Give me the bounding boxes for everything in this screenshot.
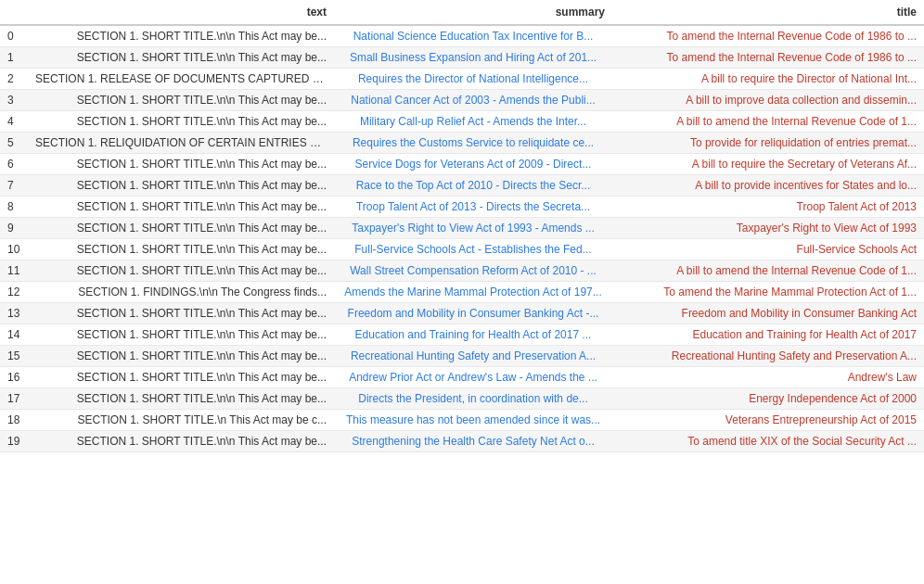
cell-index: 11 [0,260,28,282]
cell-text: SECTION 1. SHORT TITLE.\n\n This Act may… [28,260,334,282]
cell-index: 13 [0,303,28,324]
cell-title: To amend title XIX of the Social Securit… [612,431,924,452]
data-table: text summary title 0SECTION 1. SHORT TIT… [0,0,924,452]
table-row: 5SECTION 1. RELIQUIDATION OF CERTAIN ENT… [0,133,924,154]
cell-summary: Amends the Marine Mammal Protection Act … [334,282,612,303]
table-row: 12SECTION 1. FINDINGS.\n\n The Congress … [0,282,924,303]
cell-title: To amend the Internal Revenue Code of 19… [612,25,924,47]
cell-index: 6 [0,154,28,175]
cell-text: SECTION 1. SHORT TITLE.\n\n This Act may… [28,367,334,388]
cell-title: Andrew's Law [612,367,924,388]
cell-index: 10 [0,239,28,260]
cell-text: SECTION 1. SHORT TITLE.\n\n This Act may… [28,218,334,239]
cell-summary: Recreational Hunting Safety and Preserva… [334,346,612,367]
cell-summary: Directs the President, in coordination w… [334,388,612,410]
cell-text: SECTION 1. SHORT TITLE.\n\n This Act may… [28,388,334,410]
cell-text: SECTION 1. SHORT TITLE.\n\n This Act may… [28,47,334,69]
table-row: 17SECTION 1. SHORT TITLE.\n\n This Act m… [0,388,924,410]
cell-summary: Freedom and Mobility in Consumer Banking… [334,303,612,324]
cell-title: Energy Independence Act of 2000 [612,388,924,410]
cell-summary: Requires the Director of National Intell… [334,69,612,90]
cell-index: 3 [0,90,28,111]
cell-index: 8 [0,197,28,218]
cell-text: SECTION 1. SHORT TITLE.\n\n This Act may… [28,239,334,260]
cell-summary: Troop Talent Act of 2013 - Directs the S… [334,197,612,218]
cell-text: SECTION 1. SHORT TITLE.\n\n This Act may… [28,303,334,324]
cell-index: 16 [0,367,28,388]
header-index [0,0,28,25]
cell-text: SECTION 1. SHORT TITLE.\n\n This Act may… [28,25,334,47]
cell-text: SECTION 1. SHORT TITLE.\n\n This Act may… [28,154,334,175]
cell-title: Taxpayer's Right to View Act of 1993 [612,218,924,239]
cell-summary: Small Business Expansion and Hiring Act … [334,47,612,69]
cell-index: 9 [0,218,28,239]
cell-text: SECTION 1. SHORT TITLE.\n\n This Act may… [28,431,334,452]
cell-text: SECTION 1. SHORT TITLE.\n\n This Act may… [28,197,334,218]
cell-summary: Strengthening the Health Care Safety Net… [334,431,612,452]
table-row: 10SECTION 1. SHORT TITLE.\n\n This Act m… [0,239,924,260]
cell-index: 4 [0,111,28,133]
cell-index: 1 [0,47,28,69]
cell-summary: This measure has not been amended since … [334,410,612,431]
cell-index: 0 [0,25,28,47]
table-header-row: text summary title [0,0,924,25]
header-text: text [28,0,334,25]
cell-title: A bill to amend the Internal Revenue Cod… [612,111,924,133]
cell-title: To provide for reliquidation of entries … [612,133,924,154]
cell-title: Troop Talent Act of 2013 [612,197,924,218]
header-summary: summary [334,0,612,25]
cell-title: Education and Training for Health Act of… [612,324,924,346]
table-row: 18SECTION 1. SHORT TITLE.\n This Act may… [0,410,924,431]
cell-summary: Wall Street Compensation Reform Act of 2… [334,260,612,282]
cell-text: SECTION 1. RELIQUIDATION OF CERTAIN ENTR… [28,133,334,154]
cell-title: To amend the Internal Revenue Code of 19… [612,47,924,69]
table-row: 7SECTION 1. SHORT TITLE.\n\n This Act ma… [0,175,924,197]
cell-title: A bill to require the Director of Nation… [612,69,924,90]
cell-index: 15 [0,346,28,367]
cell-summary: National Science Education Tax Incentive… [334,25,612,47]
cell-summary: Requires the Customs Service to reliquid… [334,133,612,154]
table-row: 15SECTION 1. SHORT TITLE.\n\n This Act m… [0,346,924,367]
cell-index: 17 [0,388,28,410]
cell-index: 12 [0,282,28,303]
cell-text: SECTION 1. SHORT TITLE.\n This Act may b… [28,410,334,431]
table-row: 2SECTION 1. RELEASE OF DOCUMENTS CAPTURE… [0,69,924,90]
table-row: 19SECTION 1. SHORT TITLE.\n\n This Act m… [0,431,924,452]
cell-summary: Race to the Top Act of 2010 - Directs th… [334,175,612,197]
cell-summary: Full-Service Schools Act - Establishes t… [334,239,612,260]
cell-text: SECTION 1. SHORT TITLE.\n\n This Act may… [28,175,334,197]
table-row: 3SECTION 1. SHORT TITLE.\n\n This Act ma… [0,90,924,111]
table-row: 11SECTION 1. SHORT TITLE.\n\n This Act m… [0,260,924,282]
header-title: title [612,0,924,25]
cell-summary: Andrew Prior Act or Andrew's Law - Amend… [334,367,612,388]
table-row: 4SECTION 1. SHORT TITLE.\n\n This Act ma… [0,111,924,133]
cell-title: A bill to provide incentives for States … [612,175,924,197]
cell-title: Veterans Entrepreneurship Act of 2015 [612,410,924,431]
cell-summary: Military Call-up Relief Act - Amends the… [334,111,612,133]
cell-text: SECTION 1. SHORT TITLE.\n\n This Act may… [28,346,334,367]
table-row: 14SECTION 1. SHORT TITLE.\n\n This Act m… [0,324,924,346]
cell-title: Full-Service Schools Act [612,239,924,260]
table-row: 0SECTION 1. SHORT TITLE.\n\n This Act ma… [0,25,924,47]
cell-text: SECTION 1. SHORT TITLE.\n\n This Act may… [28,111,334,133]
cell-index: 19 [0,431,28,452]
cell-title: To amend the Marine Mammal Protection Ac… [612,282,924,303]
cell-summary: Education and Training for Health Act of… [334,324,612,346]
cell-summary: Taxpayer's Right to View Act of 1993 - A… [334,218,612,239]
cell-index: 5 [0,133,28,154]
cell-summary: Service Dogs for Veterans Act of 2009 - … [334,154,612,175]
table-row: 9SECTION 1. SHORT TITLE.\n\n This Act ma… [0,218,924,239]
table-row: 1SECTION 1. SHORT TITLE.\n\n This Act ma… [0,47,924,69]
cell-title: Recreational Hunting Safety and Preserva… [612,346,924,367]
cell-title: A bill to improve data collection and di… [612,90,924,111]
table-row: 8SECTION 1. SHORT TITLE.\n\n This Act ma… [0,197,924,218]
cell-text: SECTION 1. FINDINGS.\n\n The Congress fi… [28,282,334,303]
cell-title: A bill to require the Secretary of Veter… [612,154,924,175]
cell-index: 7 [0,175,28,197]
cell-text: SECTION 1. SHORT TITLE.\n\n This Act may… [28,90,334,111]
table-row: 13SECTION 1. SHORT TITLE.\n\n This Act m… [0,303,924,324]
cell-index: 14 [0,324,28,346]
cell-index: 18 [0,410,28,431]
cell-text: SECTION 1. SHORT TITLE.\n\n This Act may… [28,324,334,346]
cell-summary: National Cancer Act of 2003 - Amends the… [334,90,612,111]
